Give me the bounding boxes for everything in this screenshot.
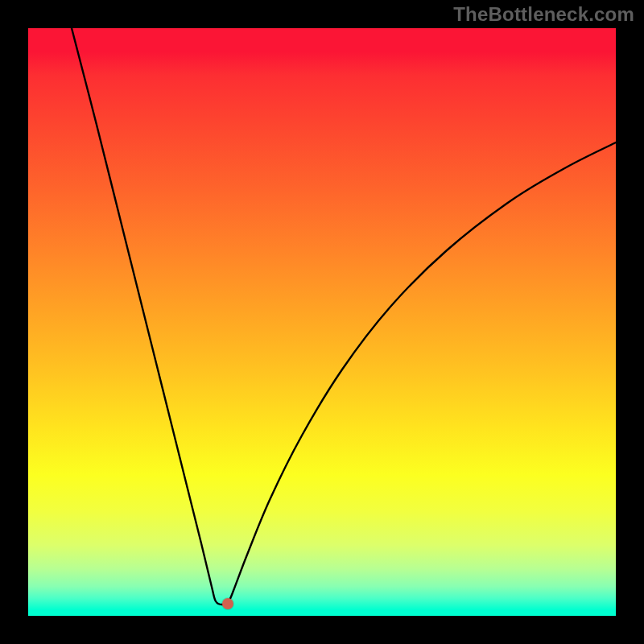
plot-area	[28, 28, 616, 616]
watermark-text: TheBottleneck.com	[453, 3, 634, 26]
chart-frame: TheBottleneck.com	[0, 0, 644, 644]
selected-point-dot	[222, 598, 233, 609]
curve-svg	[28, 28, 616, 616]
bottleneck-curve	[72, 28, 616, 605]
